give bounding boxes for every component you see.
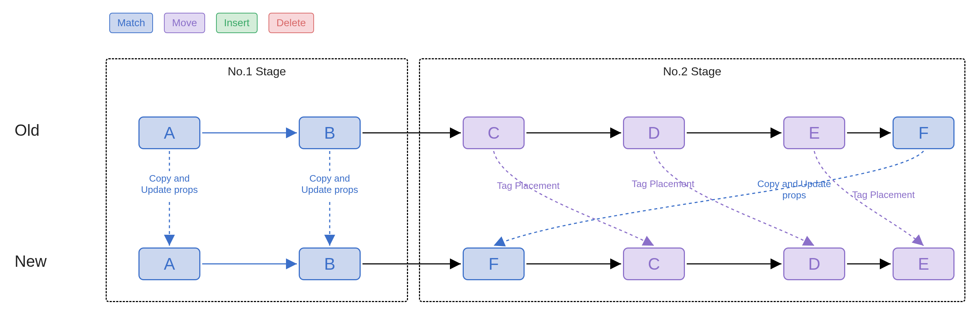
node-new-c: C: [623, 247, 685, 280]
annot-copy-f: Copy and Update props: [754, 178, 834, 201]
legend-insert: Insert: [216, 13, 258, 33]
annot-tag-c: Tag Placement: [492, 180, 565, 191]
legend: Match Move Insert Delete: [109, 13, 314, 33]
node-old-f: F: [892, 117, 955, 149]
row-label-old: Old: [14, 121, 39, 139]
node-old-e: E: [783, 117, 845, 149]
annot-copy-a: Copy and Update props: [133, 173, 206, 195]
node-new-f: F: [463, 247, 525, 280]
node-new-a: A: [138, 247, 200, 280]
annot-tag-e: Tag Placement: [847, 189, 920, 201]
row-label-new: New: [14, 252, 47, 270]
node-old-d: D: [623, 117, 685, 149]
stage-2-title: No.2 Stage: [420, 65, 964, 78]
annot-copy-b: Copy and Update props: [293, 173, 366, 195]
node-new-b: B: [299, 247, 361, 280]
node-old-c: C: [463, 117, 525, 149]
annot-tag-d: Tag Placement: [627, 178, 700, 190]
legend-move: Move: [164, 13, 205, 33]
stage-1-title: No.1 Stage: [107, 65, 407, 78]
legend-delete: Delete: [269, 13, 314, 33]
node-new-e: E: [892, 247, 955, 280]
node-new-d: D: [783, 247, 845, 280]
node-old-a: A: [138, 117, 200, 149]
legend-match: Match: [109, 13, 153, 33]
node-old-b: B: [299, 117, 361, 149]
